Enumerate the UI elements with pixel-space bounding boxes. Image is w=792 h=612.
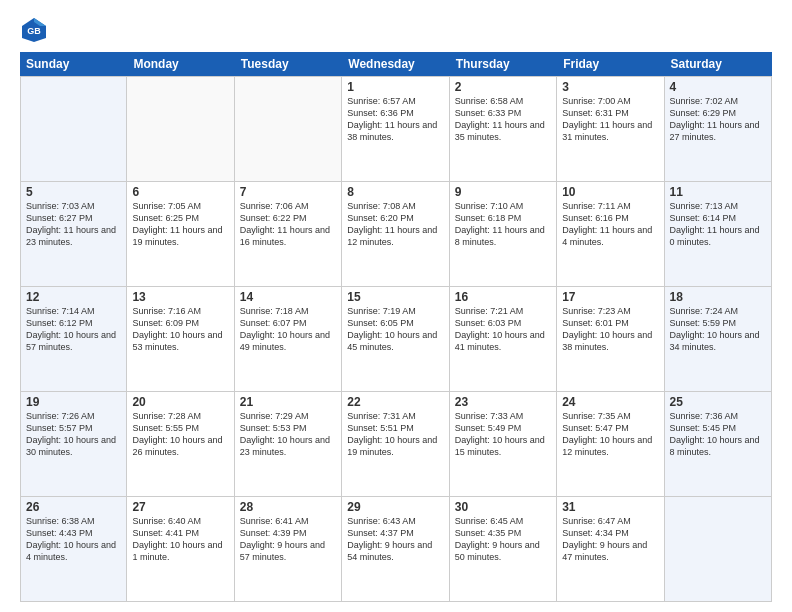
header-cell-sunday: Sunday	[20, 52, 127, 76]
day-cell-2: 2Sunrise: 6:58 AM Sunset: 6:33 PM Daylig…	[450, 77, 557, 181]
header-cell-monday: Monday	[127, 52, 234, 76]
day-info: Sunrise: 7:26 AM Sunset: 5:57 PM Dayligh…	[26, 410, 121, 459]
day-cell-10: 10Sunrise: 7:11 AM Sunset: 6:16 PM Dayli…	[557, 182, 664, 286]
empty-cell	[665, 497, 772, 601]
calendar-header: SundayMondayTuesdayWednesdayThursdayFrid…	[20, 52, 772, 76]
empty-cell	[235, 77, 342, 181]
calendar-row-5: 26Sunrise: 6:38 AM Sunset: 4:43 PM Dayli…	[20, 497, 772, 602]
header: GB	[20, 16, 772, 44]
day-cell-21: 21Sunrise: 7:29 AM Sunset: 5:53 PM Dayli…	[235, 392, 342, 496]
calendar-row-3: 12Sunrise: 7:14 AM Sunset: 6:12 PM Dayli…	[20, 287, 772, 392]
logo-icon: GB	[20, 16, 48, 44]
day-info: Sunrise: 7:08 AM Sunset: 6:20 PM Dayligh…	[347, 200, 443, 249]
day-cell-7: 7Sunrise: 7:06 AM Sunset: 6:22 PM Daylig…	[235, 182, 342, 286]
day-cell-22: 22Sunrise: 7:31 AM Sunset: 5:51 PM Dayli…	[342, 392, 449, 496]
day-number: 31	[562, 500, 658, 514]
day-cell-5: 5Sunrise: 7:03 AM Sunset: 6:27 PM Daylig…	[20, 182, 127, 286]
day-number: 7	[240, 185, 336, 199]
day-info: Sunrise: 7:10 AM Sunset: 6:18 PM Dayligh…	[455, 200, 551, 249]
day-cell-4: 4Sunrise: 7:02 AM Sunset: 6:29 PM Daylig…	[665, 77, 772, 181]
day-cell-15: 15Sunrise: 7:19 AM Sunset: 6:05 PM Dayli…	[342, 287, 449, 391]
day-number: 19	[26, 395, 121, 409]
day-info: Sunrise: 7:24 AM Sunset: 5:59 PM Dayligh…	[670, 305, 766, 354]
day-info: Sunrise: 6:45 AM Sunset: 4:35 PM Dayligh…	[455, 515, 551, 564]
calendar-row-2: 5Sunrise: 7:03 AM Sunset: 6:27 PM Daylig…	[20, 182, 772, 287]
day-cell-16: 16Sunrise: 7:21 AM Sunset: 6:03 PM Dayli…	[450, 287, 557, 391]
day-info: Sunrise: 7:13 AM Sunset: 6:14 PM Dayligh…	[670, 200, 766, 249]
day-cell-12: 12Sunrise: 7:14 AM Sunset: 6:12 PM Dayli…	[20, 287, 127, 391]
day-number: 28	[240, 500, 336, 514]
day-number: 11	[670, 185, 766, 199]
day-info: Sunrise: 7:31 AM Sunset: 5:51 PM Dayligh…	[347, 410, 443, 459]
calendar-row-1: 1Sunrise: 6:57 AM Sunset: 6:36 PM Daylig…	[20, 76, 772, 182]
day-info: Sunrise: 6:47 AM Sunset: 4:34 PM Dayligh…	[562, 515, 658, 564]
day-info: Sunrise: 7:28 AM Sunset: 5:55 PM Dayligh…	[132, 410, 228, 459]
day-info: Sunrise: 6:58 AM Sunset: 6:33 PM Dayligh…	[455, 95, 551, 144]
empty-cell	[127, 77, 234, 181]
day-number: 26	[26, 500, 121, 514]
day-info: Sunrise: 6:43 AM Sunset: 4:37 PM Dayligh…	[347, 515, 443, 564]
day-number: 14	[240, 290, 336, 304]
calendar-row-4: 19Sunrise: 7:26 AM Sunset: 5:57 PM Dayli…	[20, 392, 772, 497]
day-info: Sunrise: 6:40 AM Sunset: 4:41 PM Dayligh…	[132, 515, 228, 564]
day-number: 24	[562, 395, 658, 409]
day-number: 8	[347, 185, 443, 199]
day-info: Sunrise: 7:36 AM Sunset: 5:45 PM Dayligh…	[670, 410, 766, 459]
day-cell-30: 30Sunrise: 6:45 AM Sunset: 4:35 PM Dayli…	[450, 497, 557, 601]
day-cell-13: 13Sunrise: 7:16 AM Sunset: 6:09 PM Dayli…	[127, 287, 234, 391]
day-number: 4	[670, 80, 766, 94]
day-cell-17: 17Sunrise: 7:23 AM Sunset: 6:01 PM Dayli…	[557, 287, 664, 391]
day-cell-18: 18Sunrise: 7:24 AM Sunset: 5:59 PM Dayli…	[665, 287, 772, 391]
day-number: 27	[132, 500, 228, 514]
day-number: 29	[347, 500, 443, 514]
day-number: 10	[562, 185, 658, 199]
day-number: 21	[240, 395, 336, 409]
day-number: 25	[670, 395, 766, 409]
day-number: 9	[455, 185, 551, 199]
day-number: 15	[347, 290, 443, 304]
day-number: 13	[132, 290, 228, 304]
day-cell-9: 9Sunrise: 7:10 AM Sunset: 6:18 PM Daylig…	[450, 182, 557, 286]
day-number: 30	[455, 500, 551, 514]
day-info: Sunrise: 7:21 AM Sunset: 6:03 PM Dayligh…	[455, 305, 551, 354]
day-info: Sunrise: 7:29 AM Sunset: 5:53 PM Dayligh…	[240, 410, 336, 459]
day-info: Sunrise: 7:35 AM Sunset: 5:47 PM Dayligh…	[562, 410, 658, 459]
day-info: Sunrise: 6:38 AM Sunset: 4:43 PM Dayligh…	[26, 515, 121, 564]
day-info: Sunrise: 7:14 AM Sunset: 6:12 PM Dayligh…	[26, 305, 121, 354]
header-cell-wednesday: Wednesday	[342, 52, 449, 76]
day-cell-14: 14Sunrise: 7:18 AM Sunset: 6:07 PM Dayli…	[235, 287, 342, 391]
day-number: 17	[562, 290, 658, 304]
day-cell-29: 29Sunrise: 6:43 AM Sunset: 4:37 PM Dayli…	[342, 497, 449, 601]
day-number: 22	[347, 395, 443, 409]
day-info: Sunrise: 7:00 AM Sunset: 6:31 PM Dayligh…	[562, 95, 658, 144]
header-cell-tuesday: Tuesday	[235, 52, 342, 76]
day-number: 1	[347, 80, 443, 94]
day-info: Sunrise: 7:18 AM Sunset: 6:07 PM Dayligh…	[240, 305, 336, 354]
day-number: 12	[26, 290, 121, 304]
day-info: Sunrise: 7:19 AM Sunset: 6:05 PM Dayligh…	[347, 305, 443, 354]
day-info: Sunrise: 7:05 AM Sunset: 6:25 PM Dayligh…	[132, 200, 228, 249]
day-cell-24: 24Sunrise: 7:35 AM Sunset: 5:47 PM Dayli…	[557, 392, 664, 496]
svg-text:GB: GB	[27, 26, 41, 36]
day-info: Sunrise: 7:23 AM Sunset: 6:01 PM Dayligh…	[562, 305, 658, 354]
day-cell-27: 27Sunrise: 6:40 AM Sunset: 4:41 PM Dayli…	[127, 497, 234, 601]
day-number: 20	[132, 395, 228, 409]
day-info: Sunrise: 7:06 AM Sunset: 6:22 PM Dayligh…	[240, 200, 336, 249]
day-cell-20: 20Sunrise: 7:28 AM Sunset: 5:55 PM Dayli…	[127, 392, 234, 496]
empty-cell	[20, 77, 127, 181]
day-info: Sunrise: 6:41 AM Sunset: 4:39 PM Dayligh…	[240, 515, 336, 564]
day-cell-31: 31Sunrise: 6:47 AM Sunset: 4:34 PM Dayli…	[557, 497, 664, 601]
day-info: Sunrise: 7:11 AM Sunset: 6:16 PM Dayligh…	[562, 200, 658, 249]
day-number: 23	[455, 395, 551, 409]
day-cell-11: 11Sunrise: 7:13 AM Sunset: 6:14 PM Dayli…	[665, 182, 772, 286]
day-number: 2	[455, 80, 551, 94]
day-info: Sunrise: 7:33 AM Sunset: 5:49 PM Dayligh…	[455, 410, 551, 459]
day-number: 16	[455, 290, 551, 304]
day-cell-8: 8Sunrise: 7:08 AM Sunset: 6:20 PM Daylig…	[342, 182, 449, 286]
day-number: 3	[562, 80, 658, 94]
day-cell-25: 25Sunrise: 7:36 AM Sunset: 5:45 PM Dayli…	[665, 392, 772, 496]
day-info: Sunrise: 7:02 AM Sunset: 6:29 PM Dayligh…	[670, 95, 766, 144]
day-cell-19: 19Sunrise: 7:26 AM Sunset: 5:57 PM Dayli…	[20, 392, 127, 496]
calendar: SundayMondayTuesdayWednesdayThursdayFrid…	[20, 52, 772, 602]
day-info: Sunrise: 7:16 AM Sunset: 6:09 PM Dayligh…	[132, 305, 228, 354]
